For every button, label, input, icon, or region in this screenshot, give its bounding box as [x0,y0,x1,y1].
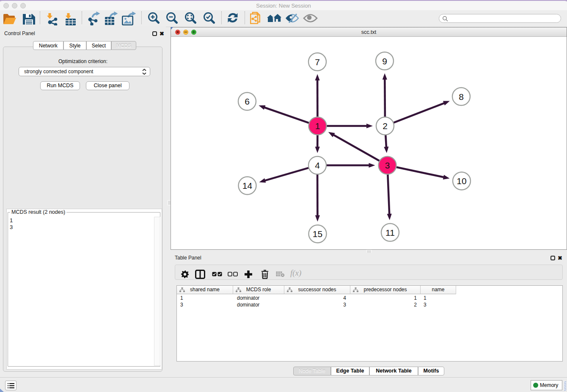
svg-text:14: 14 [242,181,253,190]
svg-text:9: 9 [382,56,387,66]
svg-text:11: 11 [385,228,395,237]
svg-text:7: 7 [315,57,320,67]
svg-text:6: 6 [245,97,250,106]
svg-text:8: 8 [459,92,464,102]
svg-text:2: 2 [383,121,388,131]
svg-text:10: 10 [457,176,466,186]
svg-text:4: 4 [315,160,320,170]
svg-text:1: 1 [315,121,320,131]
svg-text:3: 3 [385,160,390,170]
svg-text:15: 15 [313,229,322,239]
